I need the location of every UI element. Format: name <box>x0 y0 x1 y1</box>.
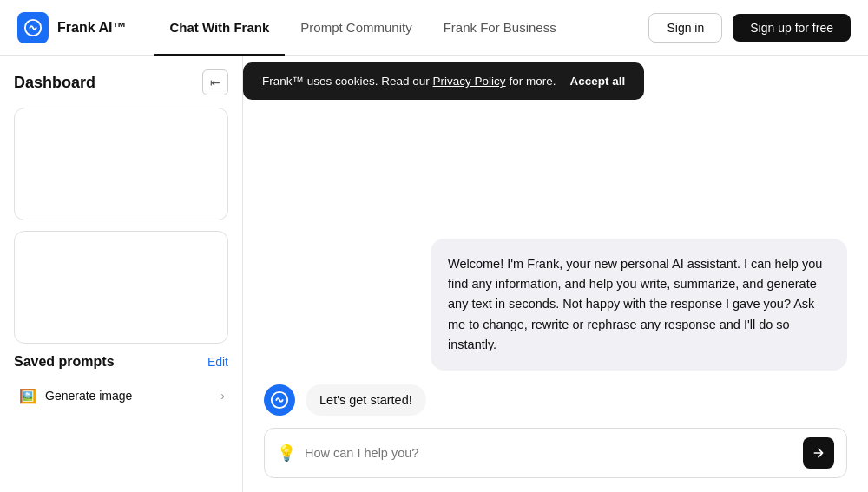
sign-up-button[interactable]: Sign up for free <box>733 14 851 42</box>
privacy-policy-link[interactable]: Privacy Policy <box>433 75 506 88</box>
dashboard-card-1 <box>14 108 228 220</box>
dashboard-card-2 <box>14 231 228 344</box>
send-button[interactable] <box>803 437 834 469</box>
prompt-item-left: 🖼️ Generate image <box>17 385 132 406</box>
chat-area: Welcome! I'm Frank, your new personal AI… <box>243 56 868 492</box>
header-actions: Sign in Sign up for free <box>648 13 851 43</box>
saved-prompts-header: Saved prompts Edit <box>14 354 228 370</box>
generate-image-icon: 🖼️ <box>17 385 38 406</box>
main-nav: Chat With Frank Prompt Community Frank F… <box>154 0 621 56</box>
sidebar: Dashboard ⇤ Saved prompts Edit 🖼️ Genera… <box>0 56 243 492</box>
chevron-right-icon: › <box>220 389 225 403</box>
frank-message-row: Let's get started! <box>264 384 847 416</box>
nav-prompt-community[interactable]: Prompt Community <box>285 0 427 56</box>
ai-welcome-message: Welcome! I'm Frank, your new personal AI… <box>431 239 847 371</box>
main-layout: Dashboard ⇤ Saved prompts Edit 🖼️ Genera… <box>0 56 868 492</box>
list-item[interactable]: 🖼️ Generate image › <box>14 378 228 413</box>
logo-text: Frank AI™ <box>57 20 126 36</box>
dashboard-title: Dashboard <box>14 74 95 92</box>
nav-frank-for-business[interactable]: Frank For Business <box>428 0 572 56</box>
logo-area: Frank AI™ <box>17 12 126 43</box>
chat-input-area: 💡 <box>264 428 847 478</box>
frank-avatar <box>264 384 295 416</box>
collapse-icon: ⇤ <box>210 75 220 89</box>
lightbulb-icon: 💡 <box>277 443 296 462</box>
accept-all-button[interactable]: Accept all <box>569 75 625 88</box>
cookie-text: Frank™ uses cookies. Read our Privacy Po… <box>262 75 556 88</box>
frank-bubble: Let's get started! <box>306 384 426 416</box>
cookie-banner: Frank™ uses cookies. Read our Privacy Po… <box>243 62 644 100</box>
collapse-sidebar-button[interactable]: ⇤ <box>202 69 228 95</box>
prompt-label: Generate image <box>45 389 132 403</box>
chat-input[interactable] <box>305 446 794 460</box>
edit-saved-prompts-link[interactable]: Edit <box>207 355 228 369</box>
nav-chat-with-frank[interactable]: Chat With Frank <box>154 0 285 56</box>
sign-in-button[interactable]: Sign in <box>648 13 722 43</box>
sidebar-header: Dashboard ⇤ <box>14 69 228 95</box>
frank-logo-icon <box>17 12 49 43</box>
saved-prompts-title: Saved prompts <box>14 354 115 370</box>
header: Frank AI™ Chat With Frank Prompt Communi… <box>0 0 868 56</box>
chat-messages: Welcome! I'm Frank, your new personal AI… <box>264 73 847 416</box>
